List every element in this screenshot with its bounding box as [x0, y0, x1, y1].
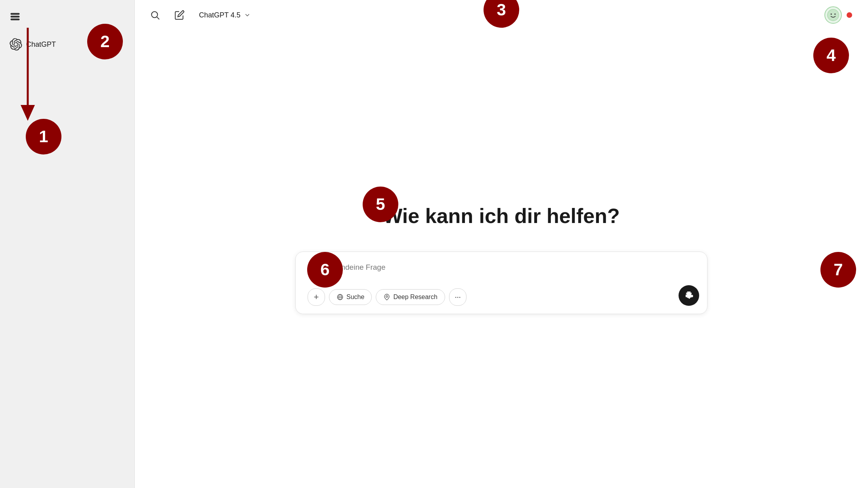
main-heading: Wie kann ich dir helfen? [383, 204, 620, 228]
main-content: ChatGPT 4.5 3 [135, 0, 868, 488]
svg-rect-23 [692, 295, 692, 297]
plus-icon-label: + [314, 292, 319, 302]
more-icon-label: ··· [455, 293, 461, 301]
svg-rect-1 [11, 16, 19, 17]
input-toolbar: + Suche Deep Research [308, 288, 695, 306]
svg-rect-21 [689, 294, 690, 299]
badge-7: 7 [820, 252, 856, 288]
app-title: ChatGPT [26, 40, 56, 49]
app-logo: ChatGPT [6, 35, 128, 54]
svg-point-8 [831, 13, 832, 15]
chevron-down-icon [244, 11, 251, 19]
openai-logo-icon [10, 38, 22, 51]
sidebar-toggle-icon [10, 11, 21, 22]
topbar-left: ChatGPT 4.5 [147, 7, 256, 23]
svg-rect-22 [690, 294, 691, 297]
model-label: ChatGPT 4.5 [199, 11, 241, 19]
status-dot [847, 12, 852, 18]
globe-icon [336, 294, 344, 301]
svg-rect-14 [687, 292, 690, 292]
svg-rect-19 [686, 295, 687, 297]
new-chat-button[interactable] [171, 7, 188, 23]
svg-point-9 [834, 13, 835, 15]
voice-button[interactable] [679, 285, 699, 306]
voice-icon [684, 291, 693, 300]
svg-point-13 [386, 295, 388, 297]
badge-3: 3 [484, 0, 519, 28]
deep-research-icon [383, 294, 390, 301]
chat-input[interactable] [308, 263, 695, 279]
search-icon [150, 10, 160, 20]
topbar-icons [147, 7, 188, 23]
sidebar-content [6, 54, 128, 480]
model-selector-button[interactable]: ChatGPT 4.5 [194, 8, 256, 23]
edit-icon [174, 10, 185, 20]
svg-point-5 [151, 11, 157, 17]
search-button[interactable] [147, 7, 163, 23]
chat-area: Wie kann ich dir helfen? + Suche [135, 30, 868, 488]
deep-research-label: Deep Research [393, 294, 437, 301]
input-box: + Suche Deep Research [295, 252, 707, 314]
topbar-right [824, 6, 852, 24]
user-avatar[interactable] [824, 6, 842, 24]
avatar-icon [827, 9, 839, 21]
svg-rect-0 [11, 13, 19, 14]
deep-research-button[interactable]: Deep Research [376, 289, 445, 305]
svg-rect-2 [11, 19, 19, 20]
svg-line-6 [157, 17, 159, 19]
more-button[interactable]: ··· [449, 288, 467, 306]
sidebar: ChatGPT 1 2 [0, 0, 135, 488]
sidebar-toggle-button[interactable] [6, 8, 24, 25]
topbar: ChatGPT 4.5 3 [135, 0, 868, 30]
svg-rect-20 [687, 294, 688, 297]
svg-point-7 [828, 10, 839, 21]
suche-label: Suche [346, 294, 364, 301]
suche-button[interactable]: Suche [329, 289, 372, 305]
sidebar-header [6, 8, 128, 25]
add-button[interactable]: + [308, 288, 325, 306]
